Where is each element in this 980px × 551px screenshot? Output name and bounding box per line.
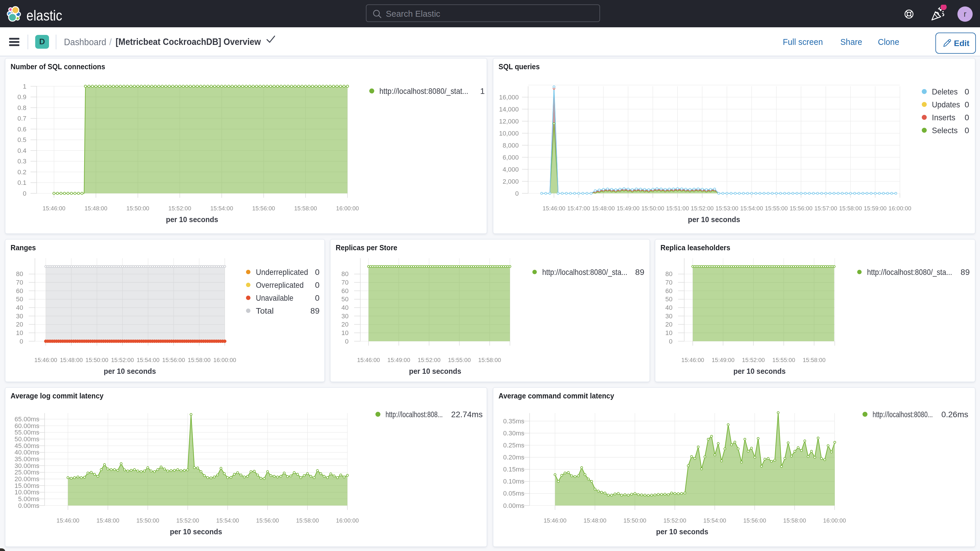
svg-text:22.74ms: 22.74ms xyxy=(451,410,483,419)
svg-text:40: 40 xyxy=(342,304,348,311)
svg-text:15:46:00: 15:46:00 xyxy=(43,205,65,212)
svg-text:15:54:00: 15:54:00 xyxy=(210,205,233,212)
svg-text:20.00ms: 20.00ms xyxy=(15,475,39,483)
svg-text:8,000: 8,000 xyxy=(503,142,519,149)
svg-text:25.00ms: 25.00ms xyxy=(15,468,39,476)
svg-text:0.26ms: 0.26ms xyxy=(941,410,968,419)
svg-text:15:56:00: 15:56:00 xyxy=(252,205,275,212)
svg-text:15:52:00: 15:52:00 xyxy=(663,517,686,524)
svg-text:0.2: 0.2 xyxy=(18,169,26,176)
svg-text:0.9: 0.9 xyxy=(18,93,26,100)
svg-text:50: 50 xyxy=(16,295,23,303)
svg-text:0.30ms: 0.30ms xyxy=(503,430,524,437)
svg-text:10: 10 xyxy=(16,329,23,336)
svg-text:15:49:00: 15:49:00 xyxy=(711,357,734,363)
svg-text:15:58:00: 15:58:00 xyxy=(296,517,319,524)
svg-text:10: 10 xyxy=(342,329,348,336)
svg-text:65.00ms: 65.00ms xyxy=(15,416,39,423)
svg-text:0.15ms: 0.15ms xyxy=(503,466,524,473)
svg-text:15:52:00: 15:52:00 xyxy=(177,517,199,524)
svg-text:per 10 seconds: per 10 seconds xyxy=(688,215,740,224)
svg-text:35.00ms: 35.00ms xyxy=(15,455,39,463)
svg-text:89: 89 xyxy=(310,306,320,315)
svg-text:15:46:00: 15:46:00 xyxy=(34,357,57,363)
svg-text:14,000: 14,000 xyxy=(499,106,519,113)
svg-text:Total: Total xyxy=(256,306,274,315)
svg-text:15:55:00: 15:55:00 xyxy=(765,205,788,212)
svg-text:10.00ms: 10.00ms xyxy=(15,489,39,496)
svg-text:40.00ms: 40.00ms xyxy=(15,449,39,456)
svg-text:70: 70 xyxy=(342,279,348,286)
svg-text:0.25ms: 0.25ms xyxy=(503,441,524,449)
svg-text:10,000: 10,000 xyxy=(499,130,519,137)
svg-text:Updates: Updates xyxy=(932,100,960,109)
svg-text:45.00ms: 45.00ms xyxy=(15,442,39,449)
svg-text:15:53:00: 15:53:00 xyxy=(716,205,738,212)
svg-text:60: 60 xyxy=(16,287,23,295)
svg-text:0: 0 xyxy=(315,268,320,277)
svg-text:16:00:00: 16:00:00 xyxy=(336,517,359,524)
svg-text:1: 1 xyxy=(480,86,485,96)
svg-text:Inserts: Inserts xyxy=(932,113,955,122)
svg-text:15:50:00: 15:50:00 xyxy=(624,517,646,524)
svg-text:0.1: 0.1 xyxy=(18,179,26,186)
svg-text:15:48:00: 15:48:00 xyxy=(592,205,615,212)
svg-text:15:50:00: 15:50:00 xyxy=(641,205,664,212)
svg-text:15:52:00: 15:52:00 xyxy=(417,357,441,363)
svg-text:15:47:00: 15:47:00 xyxy=(567,205,590,212)
svg-text:per 10 seconds: per 10 seconds xyxy=(170,527,222,536)
svg-text:2,000: 2,000 xyxy=(503,178,519,185)
svg-text:15:48:00: 15:48:00 xyxy=(60,357,83,363)
svg-text:50.00ms: 50.00ms xyxy=(15,435,39,443)
svg-text:http://localhost:8080...: http://localhost:8080... xyxy=(873,410,933,419)
svg-text:10: 10 xyxy=(665,329,673,336)
svg-text:0.4: 0.4 xyxy=(18,147,26,154)
svg-text:0: 0 xyxy=(515,190,519,197)
svg-text:15:48:00: 15:48:00 xyxy=(97,517,119,524)
svg-text:15:48:00: 15:48:00 xyxy=(84,205,107,212)
svg-text:50: 50 xyxy=(342,295,348,303)
svg-text:0.8: 0.8 xyxy=(18,104,26,111)
svg-text:60.00ms: 60.00ms xyxy=(15,422,39,430)
svg-text:15:52:00: 15:52:00 xyxy=(691,205,714,212)
svg-text:0: 0 xyxy=(964,100,969,109)
svg-text:per 10 seconds: per 10 seconds xyxy=(166,215,218,224)
svg-text:15:46:00: 15:46:00 xyxy=(542,205,565,212)
svg-text:80: 80 xyxy=(342,270,348,277)
svg-text:89: 89 xyxy=(961,268,970,277)
svg-text:http://localhost:808...: http://localhost:808... xyxy=(385,410,443,419)
svg-text:15:58:00: 15:58:00 xyxy=(188,357,211,363)
svg-text:0.00ms: 0.00ms xyxy=(18,502,39,510)
svg-text:0: 0 xyxy=(315,293,320,303)
svg-text:Unavailable: Unavailable xyxy=(256,293,293,303)
svg-text:20: 20 xyxy=(665,321,673,328)
svg-text:15:54:00: 15:54:00 xyxy=(216,517,239,524)
svg-text:15:50:00: 15:50:00 xyxy=(137,517,159,524)
svg-text:15:58:00: 15:58:00 xyxy=(478,357,501,363)
svg-text:80: 80 xyxy=(665,270,673,277)
svg-text:0: 0 xyxy=(23,190,26,197)
svg-text:89: 89 xyxy=(635,268,644,277)
svg-text:15:51:00: 15:51:00 xyxy=(666,205,689,212)
svg-text:12,000: 12,000 xyxy=(499,118,519,125)
svg-text:0.10ms: 0.10ms xyxy=(503,478,524,485)
svg-text:15:54:00: 15:54:00 xyxy=(137,357,160,363)
svg-text:15:52:00: 15:52:00 xyxy=(742,357,765,363)
svg-text:40: 40 xyxy=(16,304,23,311)
svg-text:6,000: 6,000 xyxy=(503,154,519,161)
svg-text:1: 1 xyxy=(23,83,26,90)
svg-text:0.05ms: 0.05ms xyxy=(503,490,524,497)
svg-text:0.35ms: 0.35ms xyxy=(503,417,524,425)
svg-text:per 10 seconds: per 10 seconds xyxy=(656,527,708,536)
svg-text:15:56:00: 15:56:00 xyxy=(256,517,279,524)
svg-text:15:48:00: 15:48:00 xyxy=(584,517,606,524)
svg-text:Underreplicated: Underreplicated xyxy=(256,268,308,277)
svg-text:0.00ms: 0.00ms xyxy=(503,502,524,510)
svg-text:http://localhost:8080/_stat...: http://localhost:8080/_stat... xyxy=(379,86,468,96)
svg-text:per 10 seconds: per 10 seconds xyxy=(104,367,156,376)
svg-text:http://localhost:8080/_sta...: http://localhost:8080/_sta... xyxy=(867,268,952,277)
svg-text:60: 60 xyxy=(342,287,348,295)
svg-text:15:49:00: 15:49:00 xyxy=(617,205,640,212)
svg-text:15:58:00: 15:58:00 xyxy=(839,205,862,212)
svg-text:4,000: 4,000 xyxy=(503,166,519,173)
